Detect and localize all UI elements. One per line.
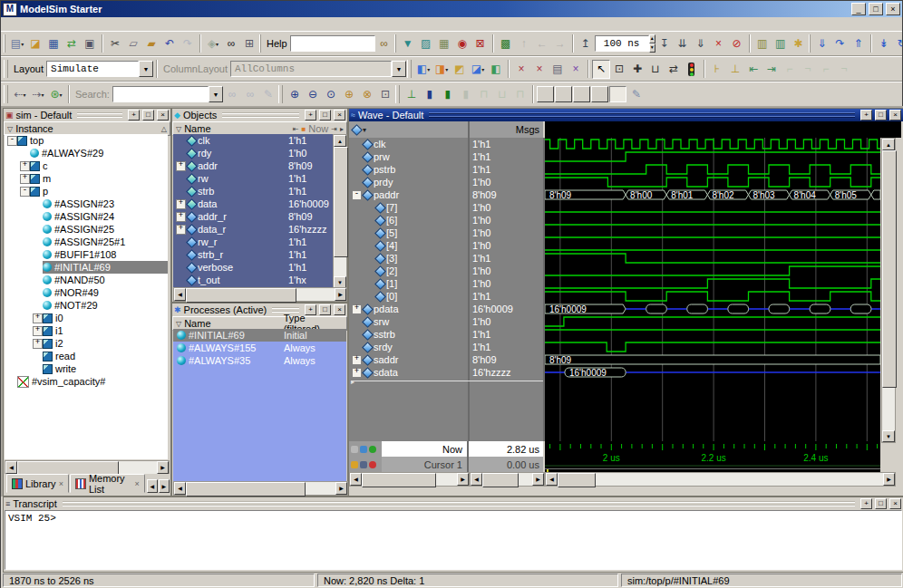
- traffic-light-icon[interactable]: [683, 60, 701, 79]
- object-row-rw-r[interactable]: rw_r 1'h1: [173, 236, 334, 248]
- wave-row-sdata[interactable]: + sdata: [349, 366, 468, 379]
- restore-icon[interactable]: □: [875, 498, 887, 509]
- wave-pane-title[interactable]: ≈ Wave - Default + □ ×: [349, 109, 903, 121]
- tab-scroll-left-icon[interactable]: ◀: [147, 479, 158, 493]
- tree-item[interactable]: + m: [5, 172, 168, 185]
- compile-out-of-date-icon[interactable]: ▨: [417, 34, 435, 53]
- object-row-addr[interactable]: + addr 8'h09: [173, 159, 334, 172]
- tree-item[interactable]: #ASSIGN#25: [5, 223, 168, 236]
- chevron-down-icon[interactable]: ▾: [363, 126, 366, 134]
- tree-item[interactable]: #ALWAYS#29: [5, 147, 168, 159]
- show-drivers-icon[interactable]: ⊛▾: [47, 85, 65, 104]
- process-row-always-155[interactable]: #ALWAYS#155 Always: [173, 342, 346, 354]
- examine-icon[interactable]: ✱: [790, 34, 808, 53]
- wave-row-prdy[interactable]: prdy: [349, 176, 468, 188]
- menu-item[interactable]: [4, 24, 15, 25]
- tree-item[interactable]: #NOT#29: [5, 299, 168, 312]
- object-row-data-r[interactable]: + data_r 16'hzzzz: [173, 223, 334, 236]
- expand-icon[interactable]: +: [352, 368, 362, 378]
- find-icon[interactable]: ∞▾: [222, 34, 240, 53]
- wave-group-icon[interactable]: ▮: [457, 85, 475, 104]
- sim-pane-title[interactable]: ▣ sim - Default + □ ×: [4, 109, 170, 121]
- step-into-instance-icon[interactable]: ↡: [875, 34, 893, 53]
- coverage-icon[interactable]: ▥: [772, 34, 790, 53]
- delete-cursor-icon[interactable]: [369, 461, 376, 468]
- tree-item[interactable]: + i0: [5, 312, 168, 324]
- wave-delete-icon[interactable]: ×: [567, 60, 585, 79]
- run-all-icon[interactable]: ⇓: [692, 34, 710, 53]
- scroll-left-icon[interactable]: ◀: [174, 482, 186, 495]
- search-input[interactable]: [117, 88, 200, 101]
- transcript-pane-title[interactable]: ≡ Transcript + □ ×: [4, 497, 903, 510]
- wave-value-column[interactable]: 1'h11'h11'h11'h08'h091'h01'h01'h01'h01'h…: [470, 138, 545, 441]
- object-row-clk[interactable]: clk 1'h1: [173, 134, 334, 147]
- end-sim-icon[interactable]: ⊠: [471, 34, 490, 53]
- waveform-canvas[interactable]: 8'h098'h008'h018'h028'h038'h048'h0516'h0…: [545, 138, 880, 441]
- force-toggle-button[interactable]: [573, 86, 590, 102]
- undo-icon[interactable]: ↶▾: [160, 34, 179, 53]
- expand-hierarchy-icon[interactable]: ⊞▾: [240, 34, 258, 53]
- transcript-log[interactable]: VSIM 25>: [5, 510, 902, 570]
- wave-cut-left-icon[interactable]: ×: [512, 60, 530, 79]
- filter-icon[interactable]: ▽: [176, 320, 181, 328]
- insert-edge-icon[interactable]: ⌐: [781, 60, 799, 79]
- processes-hscrollbar[interactable]: ◀ ▶: [173, 481, 348, 496]
- scroll-thumb[interactable]: [882, 150, 897, 388]
- select-mode-icon[interactable]: ↖: [592, 60, 610, 79]
- run-icon[interactable]: ↧: [655, 34, 674, 53]
- scroll-down-icon[interactable]: ▼: [882, 430, 895, 442]
- tab-memory-list[interactable]: Memory List×: [70, 474, 145, 493]
- wave-row-srdy[interactable]: srdy: [349, 341, 468, 353]
- tree-item[interactable]: - p: [5, 185, 168, 198]
- object-row-rdy[interactable]: rdy 1'h0: [173, 147, 334, 159]
- object-row-addr-r[interactable]: + addr_r 8'h09: [173, 210, 334, 223]
- menu-item[interactable]: [102, 24, 112, 25]
- break-icon[interactable]: ◉: [453, 34, 471, 53]
- scroll-thumb[interactable]: [482, 473, 519, 487]
- layout-combobox[interactable]: Simulate▼: [46, 61, 153, 77]
- pulse-low-icon[interactable]: ⊔: [493, 85, 511, 104]
- help-input[interactable]: [290, 35, 375, 52]
- tree-item[interactable]: + i2: [5, 337, 168, 350]
- tree-item-selected[interactable]: #INITIAL#69: [5, 261, 168, 274]
- step-icon[interactable]: ⇓: [813, 34, 831, 53]
- columnlayout-combobox[interactable]: AllColumns▼: [230, 61, 406, 77]
- reset-layout-icon[interactable]: ◧▾: [487, 60, 505, 79]
- edit-force-icon[interactable]: ✎: [627, 85, 646, 104]
- env-up-icon[interactable]: ↑: [515, 34, 533, 53]
- force-0-button[interactable]: [555, 86, 572, 102]
- wave-row-paddr[interactable]: - paddr: [349, 188, 468, 201]
- wave-row-sstrb[interactable]: sstrb: [349, 328, 468, 341]
- search-combobox[interactable]: ▼: [112, 86, 223, 102]
- wave-row-paddr-3[interactable]: [3]: [349, 252, 468, 265]
- close-icon[interactable]: ×: [889, 498, 901, 509]
- pane-grip[interactable]: [77, 112, 122, 119]
- compile-all-icon[interactable]: ▦: [435, 34, 453, 53]
- profile-icon[interactable]: ▥: [753, 34, 772, 53]
- tree-item[interactable]: #ASSIGN#24: [5, 210, 168, 223]
- menu-item[interactable]: [80, 24, 91, 25]
- expand-icon[interactable]: +: [352, 355, 362, 365]
- dock-icon[interactable]: +: [128, 110, 140, 120]
- stop-icon[interactable]: ⊘: [728, 34, 746, 53]
- wave-row-paddr-7[interactable]: [7]: [349, 201, 468, 214]
- wave-row-paddr-6[interactable]: [6]: [349, 214, 468, 227]
- expand-icon[interactable]: +: [33, 326, 43, 336]
- step-out-icon[interactable]: ⇑: [850, 34, 868, 53]
- app-icon[interactable]: M: [3, 3, 17, 16]
- close-icon[interactable]: ×: [889, 110, 901, 120]
- cursor-row[interactable]: Cursor 1 0.00 us: [349, 457, 543, 472]
- search-options-icon[interactable]: ✎: [259, 85, 277, 104]
- env-forward-icon[interactable]: →: [551, 34, 569, 53]
- expand-icon[interactable]: -: [20, 187, 30, 197]
- wave-insert-icon[interactable]: ▤: [549, 60, 567, 79]
- objects-list[interactable]: clk 1'h1 rdy 1'h0 + addr 8'h09: [173, 134, 334, 287]
- wave-name-column[interactable]: clk prw pstrb prdy -: [349, 138, 470, 441]
- scroll-right-icon[interactable]: ▶: [883, 473, 895, 486]
- expand-icon[interactable]: -: [352, 190, 362, 200]
- filter-icon[interactable]: ▽: [7, 125, 13, 133]
- scroll-thumb[interactable]: [186, 288, 296, 303]
- environment-icon[interactable]: ▩: [497, 34, 515, 53]
- run-continue-icon[interactable]: ⇊: [674, 34, 692, 53]
- options-icon[interactable]: ◈▾: [204, 34, 222, 53]
